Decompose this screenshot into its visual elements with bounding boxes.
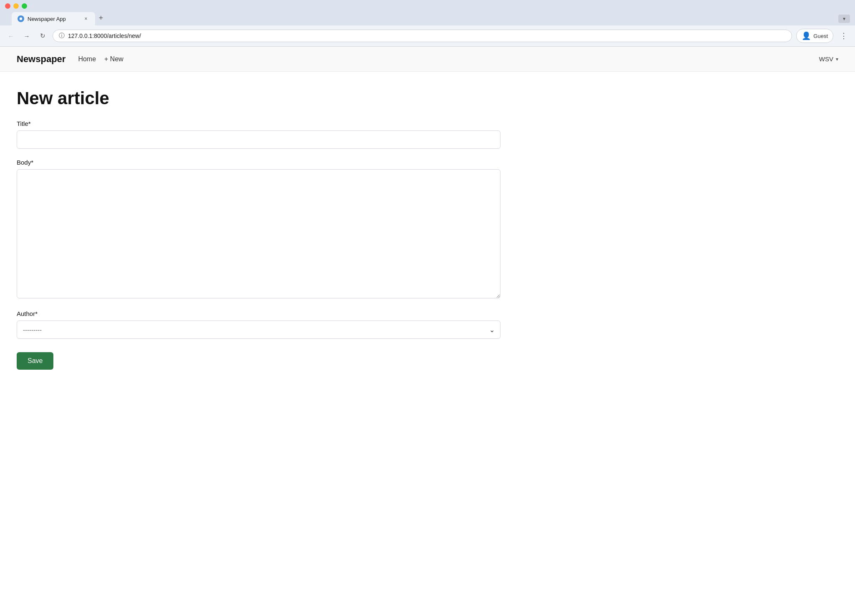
tab-close-button[interactable]: × xyxy=(83,15,89,22)
body-textarea[interactable] xyxy=(17,169,500,298)
body-field-group: Body* xyxy=(17,159,500,300)
title-label: Title* xyxy=(17,120,500,127)
title-input[interactable] xyxy=(17,130,500,149)
tab-expand-button[interactable]: ▾ xyxy=(838,15,850,23)
site-nav: Newspaper Home + New WSV ▾ xyxy=(0,47,855,72)
browser-tab-active[interactable]: Newspaper App × xyxy=(12,12,95,25)
svg-point-0 xyxy=(19,17,23,20)
author-field-group: Author* --------- ⌄ xyxy=(17,310,500,339)
tab-strip-right: ▾ xyxy=(107,15,850,25)
address-bar[interactable]: ⓘ 127.0.0.1:8000/articles/new/ xyxy=(53,30,792,42)
page-wrapper: Newspaper Home + New WSV ▾ New article T… xyxy=(0,47,855,616)
save-button[interactable]: Save xyxy=(17,352,53,370)
new-tab-button[interactable]: + xyxy=(95,12,107,24)
close-traffic-light[interactable] xyxy=(5,3,10,9)
tab-area: Newspaper App × + ▾ xyxy=(5,12,850,25)
reload-button[interactable]: ↻ xyxy=(37,30,48,42)
back-button[interactable]: ← xyxy=(5,30,17,42)
page-title: New article xyxy=(17,88,500,108)
forward-button[interactable]: → xyxy=(21,30,33,42)
url-text: 127.0.0.1:8000/articles/new/ xyxy=(68,33,786,39)
tab-title: Newspaper App xyxy=(28,16,79,22)
fullscreen-traffic-light[interactable] xyxy=(22,3,27,9)
minimize-traffic-light[interactable] xyxy=(13,3,19,9)
author-select-wrapper: --------- ⌄ xyxy=(17,321,500,339)
profile-label: Guest xyxy=(813,33,828,39)
author-label: Author* xyxy=(17,310,500,317)
security-icon: ⓘ xyxy=(59,32,65,40)
menu-dots-button[interactable]: ⋮ xyxy=(837,30,850,42)
traffic-lights xyxy=(5,3,850,9)
user-label: WSV xyxy=(819,55,833,63)
profile-button[interactable]: 👤 Guest xyxy=(796,29,833,43)
user-menu[interactable]: WSV ▾ xyxy=(819,55,838,63)
new-nav-link[interactable]: + New xyxy=(104,55,123,63)
author-select[interactable]: --------- xyxy=(17,321,500,339)
title-field-group: Title* xyxy=(17,120,500,149)
site-logo[interactable]: Newspaper xyxy=(17,54,65,65)
user-menu-chevron-icon: ▾ xyxy=(836,56,838,62)
browser-chrome: Newspaper App × + ▾ xyxy=(0,0,855,25)
form-container: New article Title* Body* Author* -------… xyxy=(0,72,517,395)
tab-favicon xyxy=(18,15,24,22)
home-nav-link[interactable]: Home xyxy=(78,55,96,63)
body-label: Body* xyxy=(17,159,500,166)
browser-toolbar: ← → ↻ ⓘ 127.0.0.1:8000/articles/new/ 👤 G… xyxy=(0,25,855,47)
profile-icon: 👤 xyxy=(802,31,811,40)
